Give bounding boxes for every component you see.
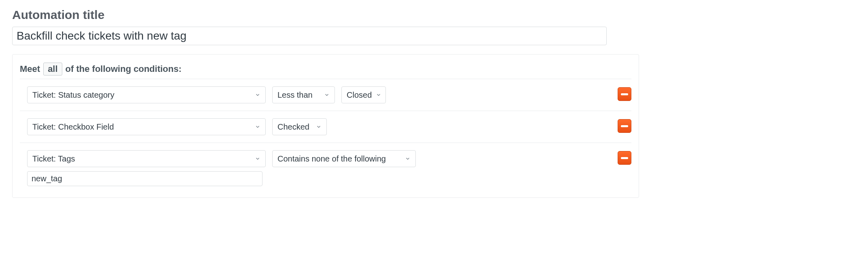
condition-row: Ticket: Tags Contains none of the follow… [20,143,631,193]
chevron-down-icon [255,156,260,162]
minus-icon [621,157,628,159]
conditions-panel: Meet all of the following conditions: Ti… [12,54,639,198]
chevron-down-icon [316,124,322,130]
condition-operator-value: Contains none of the following [277,154,386,164]
minus-icon [621,93,628,95]
condition-field-select[interactable]: Ticket: Tags [27,150,266,167]
chevron-down-icon [255,92,260,98]
chevron-down-icon [255,124,260,130]
condition-row: Ticket: Checkbox Field Checked [20,111,631,143]
condition-row: Ticket: Status category Less than Closed [20,79,631,111]
minus-icon [621,125,628,127]
condition-field-value: Ticket: Status category [32,90,114,100]
meet-suffix-text: of the following conditions: [66,64,182,74]
automation-title-section: Automation title [12,8,856,45]
condition-fields: Ticket: Checkbox Field Checked [27,118,611,135]
automation-title-label: Automation title [12,8,856,22]
condition-field-select[interactable]: Ticket: Checkbox Field [27,118,266,135]
condition-value-text: Closed [347,90,372,100]
condition-operator-select[interactable]: Checked [272,118,327,135]
condition-operator-value: Checked [277,122,309,132]
remove-condition-button[interactable] [618,87,631,101]
chevron-down-icon [376,92,381,98]
meet-prefix-text: Meet [20,64,40,74]
condition-field-select[interactable]: Ticket: Status category [27,86,266,103]
condition-operator-select[interactable]: Contains none of the following [272,150,416,167]
condition-operator-value: Less than [277,90,313,100]
condition-tag-input[interactable] [27,171,263,186]
chevron-down-icon [324,92,330,98]
conditions-header: Meet all of the following conditions: [20,63,631,76]
remove-condition-button[interactable] [618,151,631,165]
condition-fields: Ticket: Status category Less than Closed [27,86,611,103]
chevron-down-icon [405,156,411,162]
automation-title-input[interactable] [12,27,607,45]
condition-field-value: Ticket: Checkbox Field [32,122,114,132]
condition-operator-select[interactable]: Less than [272,86,335,103]
condition-fields: Ticket: Tags Contains none of the follow… [27,150,416,186]
remove-condition-button[interactable] [618,119,631,133]
condition-value-select[interactable]: Closed [341,86,386,103]
condition-field-value: Ticket: Tags [32,154,75,164]
logic-mode-selector[interactable]: all [43,63,62,76]
